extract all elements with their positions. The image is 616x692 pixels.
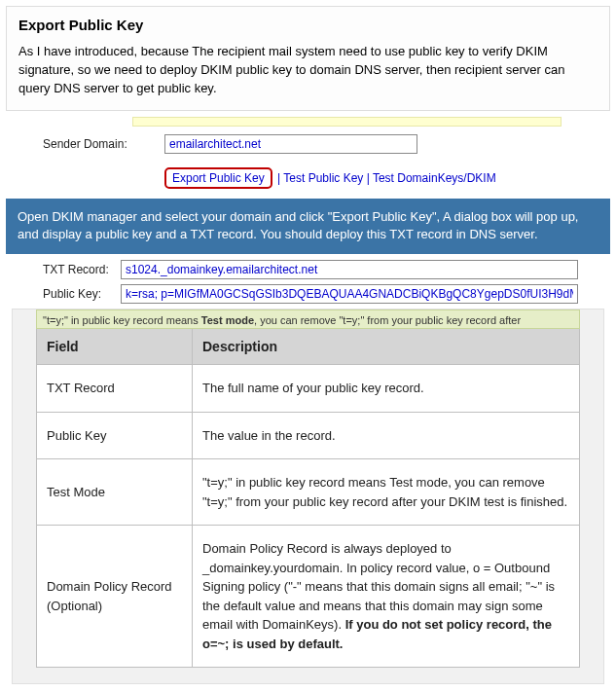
table-wrap: "t=y;" in public key record means Test m… [12,309,604,684]
sender-domain-input[interactable] [164,134,417,154]
table-row: TXT Record The full name of your public … [37,365,580,413]
section-title: Export Public Key [18,17,598,33]
cell-field: TXT Record [37,365,193,413]
table-header-row: Field Description [37,329,580,365]
pipe-separator: | [277,171,280,185]
test-public-key-link[interactable]: Test Public Key [283,171,363,185]
record-rows: TXT Record: Public Key: [43,260,610,304]
table-row: Test Mode "t=y;" in public key record me… [37,459,580,526]
txt-record-label: TXT Record: [43,263,121,276]
export-public-key-link[interactable]: Export Public Key [172,171,265,185]
yellow-strip [132,117,562,127]
export-public-key-highlight: Export Public Key [164,167,272,189]
cell-field: Public Key [37,412,193,459]
cell-field: Domain Policy Record (Optional) [37,526,193,668]
table-row: Public Key The value in the record. [37,412,580,459]
green-prefix: "t=y;" in public key record means [43,314,201,326]
intro-text: As I have introduced, because The recipi… [18,43,598,98]
sender-domain-row: Sender Domain: [43,134,610,154]
txt-record-row: TXT Record: [43,260,610,279]
public-key-input[interactable] [121,284,578,304]
cell-desc: The full name of your public key record. [193,365,580,413]
instruction-banner: Open DKIM manager and select your domain… [6,199,610,255]
sender-domain-label: Sender Domain: [43,137,164,151]
cell-desc: Domain Policy Record is always deployed … [193,526,580,668]
testmode-note: "t=y;" in public key record means Test m… [36,310,580,329]
cell-desc: "t=y;" in public key record means Test m… [193,459,580,526]
public-key-label: Public Key: [43,287,121,301]
table-row: Domain Policy Record (Optional) Domain P… [37,526,580,668]
test-domainkeys-dkim-link[interactable]: Test DomainKeys/DKIM [373,171,496,185]
intro-box: Export Public Key As I have introduced, … [6,6,610,111]
cell-desc: The value in the record. [193,412,580,459]
action-links-row: Export Public Key | Test Public Key | Te… [164,167,610,189]
fields-table: Field Description TXT Record The full na… [36,328,580,668]
txt-record-input[interactable] [121,260,578,279]
green-suffix: , you can remove "t=y;" from your public… [254,314,521,326]
header-description: Description [193,329,580,365]
public-key-row: Public Key: [43,284,610,304]
header-field: Field [37,329,193,365]
green-bold: Test mode [201,314,254,326]
cell-field: Test Mode [37,459,193,526]
